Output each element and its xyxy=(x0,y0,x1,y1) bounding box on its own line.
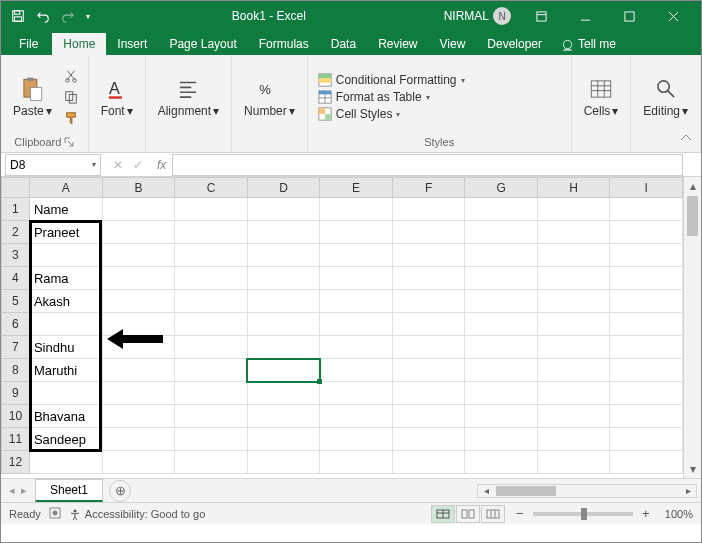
qat-customize[interactable]: ▾ xyxy=(82,5,94,27)
scroll-left-button[interactable]: ◂ xyxy=(478,485,494,496)
cell[interactable] xyxy=(247,336,320,359)
cell[interactable]: Sindhu xyxy=(29,336,102,359)
cell[interactable] xyxy=(102,405,175,428)
cell[interactable] xyxy=(320,221,393,244)
cell[interactable] xyxy=(392,382,465,405)
cell[interactable] xyxy=(465,382,538,405)
cell[interactable] xyxy=(175,244,248,267)
name-box[interactable]: D8 ▾ xyxy=(5,154,101,176)
cancel-formula-button[interactable]: ✕ xyxy=(109,158,127,172)
macro-record-icon[interactable] xyxy=(49,507,61,521)
cell[interactable] xyxy=(175,405,248,428)
cell[interactable] xyxy=(247,267,320,290)
tab-data[interactable]: Data xyxy=(320,33,367,55)
cell[interactable] xyxy=(247,405,320,428)
cell[interactable] xyxy=(537,428,610,451)
cell[interactable] xyxy=(102,336,175,359)
cell[interactable] xyxy=(610,359,683,382)
paste-button[interactable]: Paste ▾ xyxy=(9,74,56,120)
cell[interactable] xyxy=(320,290,393,313)
cell[interactable] xyxy=(320,405,393,428)
cell[interactable] xyxy=(610,313,683,336)
col-header[interactable]: F xyxy=(392,178,465,198)
close-button[interactable] xyxy=(651,1,695,31)
scroll-track[interactable] xyxy=(684,237,701,460)
font-dropdown[interactable]: A Font ▾ xyxy=(97,74,137,120)
cell[interactable] xyxy=(610,198,683,221)
tab-insert[interactable]: Insert xyxy=(106,33,158,55)
sheet-nav-last[interactable]: ▸ xyxy=(19,484,29,497)
row-header[interactable]: 6 xyxy=(2,313,30,336)
add-sheet-button[interactable]: ⊕ xyxy=(109,480,131,502)
row-header[interactable]: 11 xyxy=(2,428,30,451)
accessibility-status[interactable]: Accessibility: Good to go xyxy=(69,508,205,520)
cell[interactable]: Sandeep xyxy=(29,428,102,451)
cell[interactable] xyxy=(537,382,610,405)
view-normal-button[interactable] xyxy=(431,505,455,523)
cell[interactable] xyxy=(392,221,465,244)
zoom-in-button[interactable]: + xyxy=(639,506,653,521)
cell[interactable] xyxy=(610,290,683,313)
zoom-level[interactable]: 100% xyxy=(665,508,693,520)
cell[interactable] xyxy=(465,336,538,359)
cell[interactable] xyxy=(175,313,248,336)
vertical-scrollbar[interactable]: ▴ ▾ xyxy=(683,177,701,478)
cut-button[interactable] xyxy=(62,67,80,85)
cell[interactable] xyxy=(102,382,175,405)
cell[interactable] xyxy=(610,267,683,290)
cell[interactable] xyxy=(537,198,610,221)
tab-file[interactable]: File xyxy=(5,33,52,55)
cell[interactable] xyxy=(610,451,683,474)
cell[interactable] xyxy=(537,221,610,244)
col-header[interactable]: B xyxy=(102,178,175,198)
col-header[interactable]: D xyxy=(247,178,320,198)
cell[interactable] xyxy=(320,267,393,290)
tab-view[interactable]: View xyxy=(429,33,477,55)
cell[interactable] xyxy=(102,451,175,474)
cell[interactable]: Praneet xyxy=(29,221,102,244)
col-header[interactable]: E xyxy=(320,178,393,198)
view-page-break-button[interactable] xyxy=(481,505,505,523)
clipboard-launcher[interactable] xyxy=(64,137,74,147)
cell[interactable] xyxy=(610,221,683,244)
cell[interactable] xyxy=(102,428,175,451)
scroll-right-button[interactable]: ▸ xyxy=(680,485,696,496)
cell[interactable] xyxy=(465,313,538,336)
alignment-dropdown[interactable]: Alignment ▾ xyxy=(154,74,223,120)
editing-dropdown[interactable]: Editing ▾ xyxy=(639,74,692,120)
cell[interactable] xyxy=(29,244,102,267)
row-header[interactable]: 2 xyxy=(2,221,30,244)
horizontal-scrollbar[interactable]: ◂ ▸ xyxy=(131,484,701,498)
tab-developer[interactable]: Developer xyxy=(476,33,553,55)
cell[interactable] xyxy=(465,267,538,290)
save-button[interactable] xyxy=(7,5,29,27)
col-header[interactable]: I xyxy=(610,178,683,198)
cell[interactable] xyxy=(29,313,102,336)
cell[interactable] xyxy=(247,244,320,267)
sheet-nav-first[interactable]: ◂ xyxy=(7,484,17,497)
cell[interactable] xyxy=(102,290,175,313)
cell[interactable] xyxy=(465,359,538,382)
cell[interactable] xyxy=(392,290,465,313)
row-header[interactable]: 8 xyxy=(2,359,30,382)
cell-styles-button[interactable]: Cell Styles ▾ xyxy=(316,106,403,122)
cell[interactable] xyxy=(537,451,610,474)
redo-button[interactable] xyxy=(57,5,79,27)
cell[interactable] xyxy=(247,290,320,313)
scroll-thumb[interactable] xyxy=(687,196,698,236)
cell[interactable] xyxy=(392,451,465,474)
cell[interactable] xyxy=(465,451,538,474)
cell[interactable] xyxy=(465,428,538,451)
cell[interactable] xyxy=(175,359,248,382)
formula-bar[interactable] xyxy=(172,154,683,176)
undo-button[interactable] xyxy=(32,5,54,27)
cell[interactable] xyxy=(320,451,393,474)
conditional-formatting-button[interactable]: Conditional Formatting ▾ xyxy=(316,72,467,88)
cell[interactable] xyxy=(392,198,465,221)
row-header[interactable]: 1 xyxy=(2,198,30,221)
cell[interactable] xyxy=(175,221,248,244)
cell[interactable] xyxy=(320,382,393,405)
grid[interactable]: A B C D E F G H I 1Name 2Praneet 3 4Rama… xyxy=(1,177,683,478)
fx-icon[interactable]: fx xyxy=(151,158,172,172)
row-header[interactable]: 7 xyxy=(2,336,30,359)
